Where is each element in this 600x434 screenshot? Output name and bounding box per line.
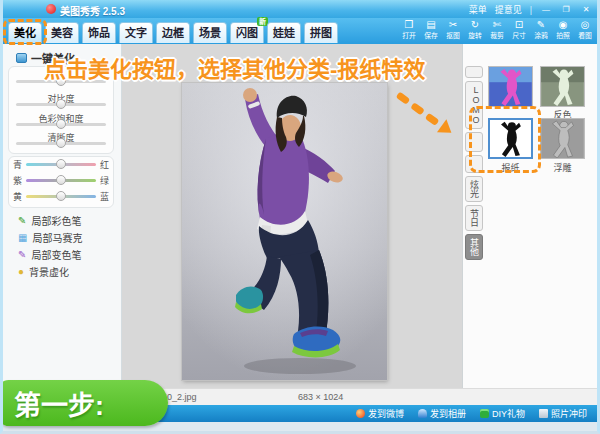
tab-doll[interactable]: 娃娃 xyxy=(267,22,301,43)
quick-toolbar: ❒打开 ▤保存 ✂抠图 ↻旋转 ✄裁剪 ⊡尺寸 ✎涂鸦 ◉拍照 ◎看图 xyxy=(398,19,596,41)
doodle-button[interactable]: ✎涂鸦 xyxy=(530,19,552,41)
camera-icon: ◉ xyxy=(552,19,574,30)
tab-text[interactable]: 文字 xyxy=(119,22,153,43)
open-icon: ❒ xyxy=(398,19,420,30)
app-window: 美图秀秀 2.5.3 菜单 提意见 | — ❐ ✕ 美化 美容 饰品 文字 边框… xyxy=(0,0,600,434)
doodle-icon: ✎ xyxy=(530,19,552,30)
local-recolor-pen-button[interactable]: ✎ 局部变色笔 xyxy=(18,247,81,262)
tab-accessories[interactable]: 饰品 xyxy=(82,22,116,43)
save-icon: ▤ xyxy=(420,19,442,30)
diy-gift-button[interactable]: DIY礼物 xyxy=(480,407,525,420)
sharpness-slider[interactable] xyxy=(16,142,106,145)
maximize-button[interactable]: ❐ xyxy=(560,5,572,14)
blur-drop-icon: ● xyxy=(18,267,24,277)
close-button[interactable]: ✕ xyxy=(580,5,592,14)
effect-thumb-negative[interactable] xyxy=(488,66,533,107)
tab-makeup[interactable]: 美容 xyxy=(45,22,79,43)
open-button[interactable]: ❒打开 xyxy=(398,19,420,41)
save-button[interactable]: ▤保存 xyxy=(420,19,442,41)
arrowhead-icon xyxy=(437,119,456,139)
mosaic-icon: ▦ xyxy=(18,233,27,243)
category-tab-dazzle[interactable]: 炫光 xyxy=(465,176,483,202)
category-tab-partial[interactable] xyxy=(465,66,483,78)
background-blur-button[interactable]: ● 背景虚化 xyxy=(18,264,69,279)
contrast-slider[interactable] xyxy=(16,103,106,106)
local-mosaic-button[interactable]: ▦ 局部马赛克 xyxy=(18,230,82,245)
yellow-blue-slider[interactable]: 黄 蓝 xyxy=(13,190,109,203)
crop-icon: ✄ xyxy=(486,19,508,30)
viewer-button[interactable]: ◎看图 xyxy=(574,19,596,41)
highlight-box-beautify-tab xyxy=(3,19,47,45)
local-color-pen-button[interactable]: ✎ 局部彩色笔 xyxy=(18,213,81,228)
category-tab-other[interactable]: 其他 xyxy=(465,234,483,260)
send-to-weibo-button[interactable]: 发到微博 xyxy=(356,407,404,420)
viewer-icon: ◎ xyxy=(574,19,596,30)
rotate-icon: ↻ xyxy=(464,19,486,30)
resize-icon: ⊡ xyxy=(508,19,530,30)
crop-button[interactable]: ✄裁剪 xyxy=(486,19,508,41)
module-tabs: 美化 美容 饰品 文字 边框 场景 闪图新 娃娃 拼图 xyxy=(8,22,338,43)
highlight-box-newspaper-effect xyxy=(469,106,541,173)
rotate-button[interactable]: ↻旋转 xyxy=(464,19,486,41)
photo-dancing-man xyxy=(182,83,387,380)
tab-collage[interactable]: 拼图 xyxy=(304,22,338,43)
tutorial-headline: 点击美化按钮，选择其他分类-报纸特效 xyxy=(44,51,425,83)
minimize-button[interactable]: — xyxy=(540,5,552,14)
menu-button[interactable]: 菜单 xyxy=(469,3,487,16)
send-to-album-button[interactable]: 发到相册 xyxy=(418,407,466,420)
step-banner: 第一步: xyxy=(0,380,168,426)
titlebar-divider: | xyxy=(530,5,532,15)
cutout-button[interactable]: ✂抠图 xyxy=(442,19,464,41)
purple-green-slider[interactable]: 紫 绿 xyxy=(13,174,109,187)
feedback-button[interactable]: 提意见 xyxy=(495,3,522,16)
tab-flash[interactable]: 闪图新 xyxy=(230,22,264,43)
picture-icon xyxy=(16,53,27,63)
effect-thumb-invert[interactable] xyxy=(540,66,585,107)
app-logo-icon xyxy=(46,4,56,14)
camera-button[interactable]: ◉拍照 xyxy=(552,19,574,41)
printer-icon xyxy=(539,409,548,418)
step-label: 第一步: xyxy=(0,384,104,423)
gift-icon xyxy=(480,409,489,418)
pen-icon: ✎ xyxy=(18,216,26,226)
image-dimensions-text: 683 × 1024 xyxy=(298,392,343,402)
tab-scene[interactable]: 场景 xyxy=(193,22,227,43)
effect-thumb-emboss[interactable] xyxy=(540,118,585,159)
saturation-slider[interactable] xyxy=(16,123,106,126)
cyan-red-slider[interactable]: 青 红 xyxy=(13,158,109,171)
resize-button[interactable]: ⊡尺寸 xyxy=(508,19,530,41)
effect-label-emboss: 浮雕 xyxy=(540,161,585,174)
tab-frame[interactable]: 边框 xyxy=(156,22,190,43)
category-tab-festival[interactable]: 节日 xyxy=(465,205,483,231)
cutout-icon: ✂ xyxy=(442,19,464,30)
window-title: 美图秀秀 2.5.3 xyxy=(60,3,125,18)
weibo-icon xyxy=(356,409,365,418)
person-icon xyxy=(418,409,427,418)
pen-icon: ✎ xyxy=(18,250,26,260)
photo-print-button[interactable]: 照片冲印 xyxy=(539,407,587,420)
